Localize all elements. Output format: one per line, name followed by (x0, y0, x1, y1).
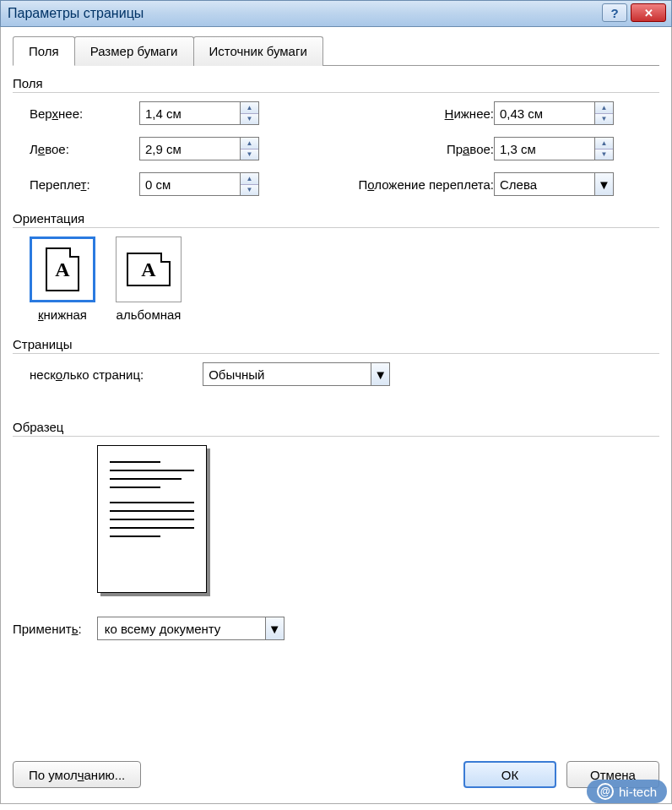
margin-top-spinner: ▲ ▼ (139, 101, 274, 125)
gutter-position-label: Положение переплета: (342, 177, 494, 192)
group-margins-title: Поля (13, 76, 659, 93)
apply-row: Применить: ▼ (13, 617, 659, 640)
tab-paper-size[interactable]: Размер бумаги (74, 36, 194, 66)
gutter-position-input[interactable] (494, 172, 595, 196)
tab-strip: Поля Размер бумаги Источник бумаги (13, 35, 659, 66)
portrait-label: книжная (30, 307, 95, 322)
gutter-label: Переплет: (30, 177, 139, 192)
group-margins: Поля Верхнее: ▲ ▼ Нижнее: ▲ (13, 76, 659, 196)
margin-bottom-up[interactable]: ▲ (595, 102, 613, 114)
margin-top-up[interactable]: ▲ (241, 102, 258, 114)
margin-right-label: Правое: (342, 142, 494, 156)
title-bar: Параметры страницы ? ✕ (0, 0, 672, 27)
margin-left-label: Левое: (30, 142, 139, 156)
group-preview-title: Образец (13, 420, 659, 437)
margin-top-input[interactable] (139, 101, 241, 125)
margin-left-input[interactable] (139, 137, 241, 160)
orientation-portrait[interactable]: A книжная (30, 236, 95, 322)
watermark-icon: @ (597, 783, 614, 800)
multiple-pages-dropdown[interactable]: ▼ (371, 362, 390, 386)
margin-bottom-input[interactable] (494, 101, 595, 125)
margin-bottom-spinner: ▲ ▼ (494, 101, 629, 125)
apply-input[interactable] (97, 617, 266, 640)
gutter-down[interactable]: ▼ (241, 185, 258, 196)
margin-left-spinner: ▲ ▼ (139, 137, 274, 160)
margin-top-label: Верхнее: (30, 106, 139, 121)
tab-fields[interactable]: Поля (13, 36, 75, 66)
orientation-landscape[interactable]: A альбомная (116, 236, 182, 322)
margin-bottom-label: Нижнее: (342, 106, 494, 121)
portrait-icon: A (46, 247, 79, 291)
apply-dropdown[interactable]: ▼ (266, 617, 285, 640)
multiple-pages-select: ▼ (203, 362, 390, 386)
button-row: По умолчанию... ОК Отмена (13, 761, 659, 788)
gutter-up[interactable]: ▲ (241, 173, 258, 185)
margin-bottom-down[interactable]: ▼ (595, 114, 613, 125)
margin-right-up[interactable]: ▲ (595, 138, 613, 149)
margin-right-spinner: ▲ ▼ (494, 137, 629, 160)
watermark: @ hi-tech (587, 780, 667, 803)
group-pages: Страницы несколько страниц: ▼ (13, 337, 659, 386)
close-icon: ✕ (644, 7, 653, 19)
help-button[interactable]: ? (602, 3, 627, 22)
margin-left-up[interactable]: ▲ (241, 138, 258, 149)
margin-right-down[interactable]: ▼ (595, 149, 613, 160)
close-button[interactable]: ✕ (631, 3, 666, 22)
landscape-label: альбомная (116, 307, 182, 322)
ok-button[interactable]: ОК (463, 761, 556, 788)
group-pages-title: Страницы (13, 337, 659, 354)
titlebar-buttons: ? ✕ (602, 3, 666, 22)
dialog-body: Поля Размер бумаги Источник бумаги Поля … (0, 27, 672, 804)
apply-label: Применить: (13, 622, 82, 636)
preview-page (97, 445, 207, 593)
group-orientation-title: Ориентация (13, 211, 659, 228)
gutter-input[interactable] (139, 172, 241, 196)
default-button[interactable]: По умолчанию... (13, 761, 141, 788)
gutter-position-select: ▼ (494, 172, 629, 196)
multiple-pages-input[interactable] (203, 362, 371, 386)
landscape-icon: A (127, 253, 171, 286)
tab-paper-source[interactable]: Источник бумаги (193, 36, 323, 66)
dialog-title: Параметры страницы (8, 6, 144, 21)
margin-top-down[interactable]: ▼ (241, 114, 258, 125)
gutter-position-dropdown[interactable]: ▼ (595, 172, 614, 196)
margin-left-down[interactable]: ▼ (241, 149, 258, 160)
gutter-spinner: ▲ ▼ (139, 172, 274, 196)
margin-right-input[interactable] (494, 137, 595, 160)
group-orientation: Ориентация A книжная (13, 211, 659, 322)
watermark-text: hi-tech (619, 785, 657, 799)
multiple-pages-label: несколько страниц: (30, 367, 144, 382)
apply-select: ▼ (97, 617, 285, 640)
group-preview: Образец (13, 420, 659, 593)
